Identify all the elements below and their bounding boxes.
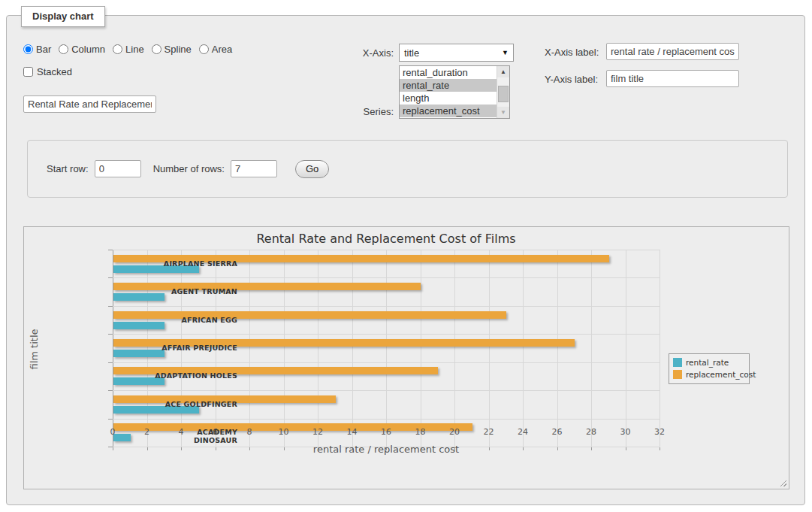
x-gridline [421, 250, 421, 447]
stacked-label: Stacked [37, 66, 72, 77]
x-gridline [284, 250, 285, 447]
series-option-rental_rate[interactable]: rental_rate [400, 79, 497, 92]
x-axis-select-label: X-Axis: [363, 47, 394, 59]
x-gridline [489, 250, 490, 447]
x-tick [660, 447, 660, 450]
display-chart-legend: Display chart [21, 6, 105, 27]
x-tick-label: 24 [512, 427, 534, 437]
start-row-label: Start row: [47, 163, 89, 174]
series-options: rental_durationrental_ratelengthreplacem… [400, 66, 497, 118]
y-tick [108, 419, 113, 420]
chart-type-label: Line [125, 44, 144, 55]
y-gridline [113, 390, 660, 391]
category-label: AGENT TRUMAN [155, 287, 237, 295]
x-tick-label: 30 [614, 427, 637, 437]
x-gridline [386, 250, 387, 447]
y-axis-label-label: Y-Axis label: [545, 74, 598, 85]
x-tick-label: 26 [546, 427, 569, 437]
x-gridline [626, 250, 626, 447]
chart-type-label: Bar [36, 44, 51, 55]
y-tick [108, 277, 113, 278]
legend-item-replacement_cost[interactable]: replacement_cost [673, 368, 744, 380]
y-tick [108, 334, 113, 335]
scroll-down-icon[interactable]: ▼ [497, 107, 509, 118]
series-option-length[interactable]: length [400, 92, 497, 105]
x-gridline [660, 250, 660, 447]
y-gridline [113, 419, 660, 420]
display-chart-panel: Bar Column Line Spline Area Stacked X-Ax… [6, 15, 805, 505]
category-label: ADAPTATION HOLES [155, 371, 237, 380]
x-gridline [318, 250, 318, 447]
chart-type-label: Area [212, 44, 232, 55]
legend-label: replacement_cost [686, 370, 756, 379]
chart-type-radio-line[interactable] [113, 44, 122, 54]
category-label: AIRPLANE SIERRA [155, 259, 237, 268]
x-gridline [249, 250, 250, 447]
x-gridline [591, 250, 592, 447]
scrollbar-thumb[interactable] [498, 86, 509, 102]
chart-type-radio-group: Bar Column Line Spline Area [23, 44, 232, 55]
scroll-up-icon[interactable]: ▲ [497, 66, 509, 77]
x-gridline [523, 250, 524, 447]
stacked-checkbox[interactable] [23, 67, 33, 77]
x-gridline [454, 250, 455, 447]
x-tick-label: 20 [443, 427, 466, 437]
series-option-rental_duration[interactable]: rental_duration [400, 66, 497, 79]
chart-legend: rental_ratereplacement_cost [669, 353, 750, 384]
stacked-option[interactable]: Stacked [23, 66, 72, 77]
chart-type-column[interactable]: Column [59, 44, 105, 55]
chart-title-input[interactable] [23, 95, 156, 113]
y-tick [108, 306, 113, 307]
series-select-label: Series: [364, 106, 394, 117]
x-tick-label: 18 [409, 427, 432, 437]
chart-type-radio-bar[interactable] [23, 44, 33, 54]
y-gridline [113, 362, 660, 363]
category-label: AFFAIR PREJUDICE [155, 344, 237, 352]
chart-type-area[interactable]: Area [199, 44, 232, 55]
chart-type-radio-column[interactable] [59, 44, 68, 54]
y-gridline [113, 250, 660, 250]
x-tick-label: 0 [101, 427, 124, 437]
chart-type-label: Column [71, 44, 105, 55]
resize-grip-icon[interactable] [778, 478, 786, 486]
y-tick [108, 362, 113, 363]
x-gridline [352, 250, 353, 447]
y-gridline [113, 306, 660, 307]
chart-container: Rental Rate and Replacement Cost of Film… [23, 226, 789, 489]
x-tick-label: 10 [273, 427, 295, 437]
chart-type-radio-area[interactable] [199, 44, 209, 54]
chart-type-label: Spline [165, 44, 192, 55]
chart-title: Rental Rate and Replacement Cost of Film… [113, 232, 660, 246]
go-button[interactable]: Go [295, 160, 329, 178]
x-axis-label-label: X-Axis label: [545, 47, 599, 58]
start-row-input[interactable] [95, 160, 141, 177]
x-tick-label: 22 [478, 427, 500, 437]
series-option-replacement_cost[interactable]: replacement_cost [400, 105, 497, 117]
chevron-down-icon: ▼ [502, 49, 509, 56]
chart-type-radio-spline[interactable] [152, 44, 161, 54]
y-tick [108, 390, 113, 391]
series-listbox[interactable]: rental_durationrental_ratelengthreplacem… [399, 65, 510, 119]
x-tick-label: 12 [306, 427, 329, 437]
num-rows-input[interactable] [231, 160, 277, 177]
chart-type-bar[interactable]: Bar [23, 44, 51, 55]
x-tick-label: 16 [375, 427, 397, 437]
chart-type-spline[interactable]: Spline [152, 44, 192, 55]
x-axis-selected-value: title [404, 47, 419, 59]
chart-type-line[interactable]: Line [113, 44, 144, 55]
x-axis-label-input[interactable] [606, 43, 739, 60]
legend-label: rental_rate [686, 358, 729, 367]
x-axis-title: rental rate / replacement cost [113, 444, 660, 455]
legend-item-rental_rate[interactable]: rental_rate [673, 356, 744, 368]
category-label: ACADEMY DINOSAUR [155, 428, 237, 444]
y-axis-label-input[interactable] [606, 70, 739, 87]
x-tick-label: 28 [580, 427, 602, 437]
y-axis-title: film title [29, 312, 40, 387]
series-scrollbar[interactable]: ▲ ▼ [497, 66, 509, 118]
category-label: ACE GOLDFINGER [155, 400, 237, 408]
legend-swatch [673, 370, 682, 379]
x-gridline [147, 250, 148, 447]
y-gridline [113, 277, 660, 278]
x-gridline [557, 250, 558, 447]
x-axis-select[interactable]: title ▼ [399, 44, 514, 62]
